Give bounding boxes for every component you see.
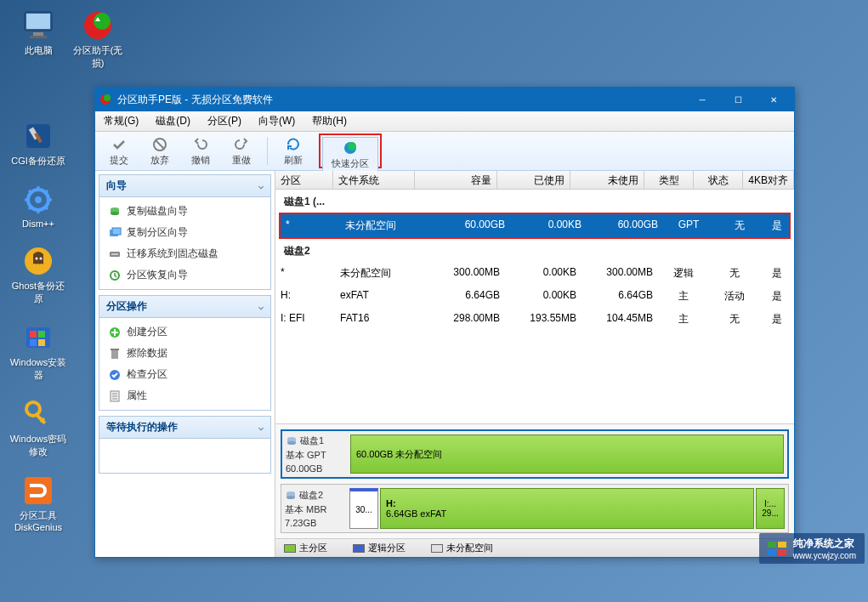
disk2-part-i[interactable]: I:... 29... (756, 488, 785, 529)
undo-button[interactable]: 撤销 (182, 132, 219, 170)
legend-unalloc: 未分配空间 (431, 542, 493, 554)
svg-rect-25 (30, 339, 37, 346)
legend-bar: 主分区 逻辑分区 未分配空间 (275, 538, 794, 557)
table-row[interactable]: H: exFAT 6.64GB 0.00KB 6.64GB 主 活动 是 (275, 285, 794, 308)
undo-icon (192, 136, 209, 153)
create-icon (108, 326, 122, 339)
commit-button[interactable]: 提交 (100, 132, 138, 170)
disk2-visual[interactable]: 磁盘2 基本 MBR 7.23GB 30... H: 6.64GB exFAT … (281, 484, 789, 533)
desktop-icon-diskgenius[interactable]: 分区工具DiskGenius (9, 474, 68, 532)
ops-panel-header[interactable]: 分区操作⌵ (99, 296, 270, 318)
partition-icon (81, 9, 115, 43)
wizard-copy-disk[interactable]: 复制磁盘向导 (101, 201, 269, 222)
op-check-partition[interactable]: 检查分区 (101, 364, 269, 385)
col-capacity[interactable]: 容量 (415, 171, 496, 189)
quickpart-button[interactable]: 快速分区 (322, 137, 378, 173)
desktop-icon-label: 分区工具DiskGenius (9, 509, 68, 532)
wipe-icon (108, 347, 122, 361)
desktop-icon-wininstall[interactable]: Windows安装器 (9, 321, 68, 382)
svg-rect-26 (38, 339, 45, 346)
op-create-partition[interactable]: 创建分区 (101, 321, 269, 343)
table-row[interactable]: * 未分配空间 300.00MB 0.00KB 300.00MB 逻辑 无 是 (275, 262, 794, 285)
toolbar: 提交 放弃 撤销 重做 刷新 快速分区 (95, 132, 794, 171)
disk2-label[interactable]: 磁盘2 (275, 239, 794, 262)
svg-rect-47 (111, 349, 119, 350)
title-bar[interactable]: 分区助手PE版 - 无损分区免费软件 ─ ☐ ✕ (95, 88, 794, 111)
desktop-icon-partassist[interactable]: 分区助手(无损) (68, 9, 128, 70)
desktop-icon-cgi[interactable]: CGI备份还原 (9, 119, 68, 168)
disk1-bar: 60.00GB 未分配空间 (350, 434, 784, 474)
pending-panel: 等待执行的操作⌵ (99, 416, 271, 474)
maximize-button[interactable]: ☐ (721, 89, 755, 110)
table-row[interactable]: I: EFI FAT16 298.00MB 193.55MB 104.45MB … (275, 308, 794, 331)
properties-icon (108, 389, 122, 403)
wizard-recover-partition[interactable]: 分区恢复向导 (101, 264, 269, 286)
col-partition[interactable]: 分区 (275, 171, 333, 189)
desktop-icon-label: Dism++ (22, 219, 54, 229)
desktop-icon-label: 分区助手(无损) (68, 44, 128, 70)
svg-point-39 (111, 212, 119, 215)
disk-copy-icon (108, 205, 122, 219)
desktop-icon-label: CGI备份还原 (11, 155, 65, 168)
monitor-icon (21, 9, 55, 43)
discard-icon (151, 136, 168, 153)
op-wipe-data[interactable]: 擦除数据 (101, 343, 269, 364)
desktop-icon-winpass[interactable]: Windows密码修改 (9, 397, 68, 458)
wizard-panel-header[interactable]: 向导⌵ (99, 175, 270, 197)
main-area: 向导⌵ 复制磁盘向导 复制分区向导 迁移系统到固态磁盘 分区恢复向导 分区操作⌵… (95, 171, 794, 557)
collapse-icon: ⌵ (258, 181, 264, 190)
redo-button[interactable]: 重做 (223, 132, 260, 170)
wizard-panel-body: 复制磁盘向导 复制分区向导 迁移系统到固态磁盘 分区恢复向导 (99, 197, 270, 289)
menu-general[interactable]: 常规(G) (95, 111, 147, 131)
svg-point-20 (36, 258, 38, 260)
desktop-icon-thispc[interactable]: 此电脑 (9, 9, 68, 57)
hammer-icon (21, 119, 55, 153)
col-filesystem[interactable]: 文件系统 (333, 171, 415, 189)
close-button[interactable]: ✕ (757, 89, 791, 110)
legend-swatch-logical (353, 544, 365, 553)
pending-panel-header[interactable]: 等待执行的操作⌵ (99, 417, 270, 439)
menu-wizard[interactable]: 向导(W) (250, 111, 304, 131)
disk2-part-h[interactable]: H: 6.64GB exFAT (380, 488, 754, 529)
svg-line-34 (156, 140, 164, 149)
desktop-icon-label: Windows密码修改 (9, 433, 68, 458)
quickpart-icon (342, 139, 359, 156)
op-properties[interactable]: 属性 (101, 385, 269, 406)
ops-panel-body: 创建分区 擦除数据 检查分区 属性 (99, 318, 270, 410)
desktop-icon-ghost[interactable]: Ghost备份还原 (9, 244, 68, 305)
table-header: 分区 文件系统 容量 已使用 未使用 类型 状态 4KB对齐 (275, 171, 794, 190)
desktop-icon-dism[interactable]: Dism++ (9, 183, 68, 229)
svg-point-58 (286, 496, 295, 499)
wizard-copy-partition[interactable]: 复制分区向导 (101, 222, 269, 243)
col-type[interactable]: 类型 (644, 171, 694, 189)
disk1-visual[interactable]: 磁盘1 基本 GPT 60.00GB 60.00GB 未分配空间 (281, 429, 789, 479)
col-free[interactable]: 未使用 (570, 171, 644, 189)
menu-disk[interactable]: 磁盘(D) (147, 111, 199, 131)
disk1-row-highlight: * 未分配空间 60.00GB 0.00KB 60.00GB GPT 无 是 (279, 213, 791, 239)
col-status[interactable]: 状态 (694, 171, 743, 189)
right-panel: 分区 文件系统 容量 已使用 未使用 类型 状态 4KB对齐 磁盘1 (... … (275, 171, 794, 557)
window-title: 分区助手PE版 - 无损分区免费软件 (117, 93, 685, 107)
col-align[interactable]: 4KB对齐 (743, 171, 794, 189)
disk1-info: 磁盘1 基本 GPT 60.00GB (286, 434, 347, 474)
disk1-label[interactable]: 磁盘1 (... (275, 190, 794, 213)
quickpart-highlight: 快速分区 (319, 133, 382, 168)
check-icon (111, 136, 128, 153)
ghost-icon (21, 244, 55, 278)
menu-help[interactable]: 帮助(H) (304, 111, 355, 131)
desktop-icon-label: Windows安装器 (9, 356, 68, 382)
minimize-button[interactable]: ─ (685, 89, 719, 110)
svg-point-32 (104, 94, 111, 101)
disk1-unallocated[interactable]: 60.00GB 未分配空间 (350, 434, 784, 474)
menu-partition[interactable]: 分区(P) (199, 111, 250, 131)
col-used[interactable]: 已使用 (497, 171, 571, 189)
svg-rect-23 (30, 331, 37, 338)
svg-rect-30 (25, 477, 52, 504)
collapse-icon: ⌵ (258, 302, 264, 311)
refresh-button[interactable]: 刷新 (275, 132, 312, 170)
wizard-migrate-ssd[interactable]: 迁移系统到固态磁盘 (101, 243, 269, 264)
discard-button[interactable]: 放弃 (141, 132, 179, 170)
disk2-part-unalloc[interactable]: 30... (349, 488, 378, 529)
app-window: 分区助手PE版 - 无损分区免费软件 ─ ☐ ✕ 常规(G) 磁盘(D) 分区(… (94, 87, 795, 558)
table-row[interactable]: * 未分配空间 60.00GB 0.00KB 60.00GB GPT 无 是 (281, 214, 789, 237)
